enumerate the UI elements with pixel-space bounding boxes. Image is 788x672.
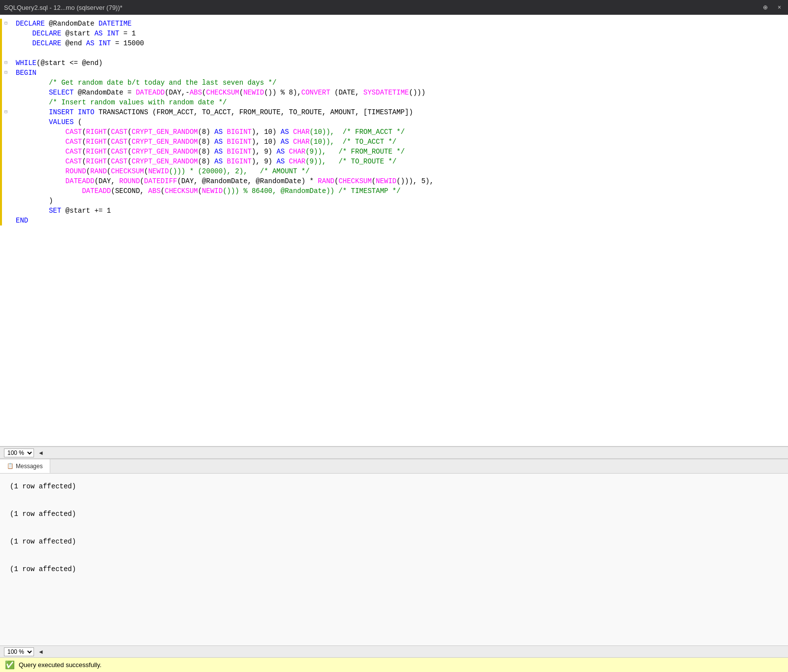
code-token: (DAY,- (164, 88, 189, 97)
code-token: CHECKSUM (338, 176, 371, 186)
code-token: ( (198, 186, 202, 196)
code-token: VALUES (16, 117, 74, 127)
code-token: INT (107, 29, 119, 38)
code-line: END (16, 216, 782, 225)
code-token (289, 127, 293, 137)
code-token: ( (82, 157, 86, 166)
results-pane: 📋Messages (1 row affected)(1 row affecte… (0, 458, 788, 645)
gutter-line (2, 206, 9, 216)
results-tabs: 📋Messages (0, 459, 788, 474)
code-line: DATEADD(SECOND, ABS(CHECKSUM(NEWID())) %… (16, 186, 782, 196)
gutter-line (2, 137, 9, 147)
code-token: AS (214, 157, 223, 166)
pin-button[interactable]: ⊕ (760, 4, 771, 11)
exec-status-bar: ✅ Query executed successfully. (0, 657, 788, 672)
code-token: AS (86, 38, 95, 48)
gutter-line: ⊟ (2, 68, 9, 78)
code-token: 15000 (124, 38, 144, 48)
message-line: (1 row affected) (10, 480, 778, 493)
code-token: @start (66, 29, 90, 38)
code-token: (DATE, (330, 88, 363, 97)
code-line: SELECT @RandomDate = DATEADD(DAY,-ABS(CH… (16, 88, 782, 97)
code-token: ( (82, 127, 86, 137)
code-token: SELECT (16, 88, 74, 97)
code-line: CAST(RIGHT(CAST(CRYPT_GEN_RANDOM(8) AS B… (16, 137, 782, 147)
tab-icon: 📋 (7, 463, 14, 469)
gutter-line (2, 196, 9, 206)
code-token: ), 9) (252, 157, 276, 166)
code-token: CAST (111, 127, 128, 137)
code-lines: DECLARE @RandomDate DATETIME DECLARE @st… (10, 19, 788, 225)
code-token: ) (16, 196, 53, 206)
code-token: INTO (78, 107, 95, 117)
code-token: CHECKSUM (164, 186, 197, 196)
collapse-icon[interactable]: ⊟ (2, 19, 9, 29)
top-status-bar: 100 % 75 % 125 % ◄ (0, 447, 788, 458)
code-token (16, 147, 66, 157)
code-line (16, 48, 782, 58)
gutter-line: ⊟ (2, 58, 9, 68)
code-token: ( (128, 127, 131, 137)
code-token: CAST (111, 157, 128, 166)
code-token: CAST (111, 147, 128, 157)
scroll-left-top[interactable]: ◄ (38, 449, 44, 456)
code-line: ROUND(RAND(CHECKSUM(NEWID())) * (20000),… (16, 166, 782, 176)
code-token (16, 127, 66, 137)
code-token: ( (239, 88, 243, 97)
code-token: ), 10) (252, 127, 281, 137)
code-token (102, 29, 106, 38)
code-token: ( (107, 137, 111, 147)
code-token: CAST (66, 157, 82, 166)
collapse-icon[interactable]: ⊟ (2, 58, 9, 68)
code-token: ( (74, 117, 82, 127)
editor-pane[interactable]: ⊟⊟⊟⊟ DECLARE @RandomDate DATETIME DECLAR… (0, 15, 788, 447)
code-token: ( (107, 157, 111, 166)
code-token: DECLARE (16, 38, 61, 48)
code-token (95, 19, 98, 29)
code-token: @RandomDate = (74, 88, 136, 97)
code-token (223, 137, 227, 147)
code-line: DECLARE @RandomDate DATETIME (16, 19, 782, 29)
code-token: ) (98, 58, 102, 68)
results-tab[interactable]: 📋Messages (0, 459, 50, 473)
message-line: (1 row affected) (10, 507, 778, 521)
code-token: DATEDIFF (144, 176, 177, 186)
code-token: (10)), /* TO_ACCT */ (310, 137, 396, 147)
code-token: BIGINT (227, 147, 252, 157)
code-token: <= (66, 58, 82, 68)
code-token (16, 157, 66, 166)
code-token: = (111, 38, 123, 48)
code-token (16, 186, 82, 196)
code-token: ())) % 86400, @RandomDate)) /* TIMESTAMP… (223, 186, 400, 196)
code-token (16, 137, 66, 147)
code-token: ( (82, 137, 86, 147)
code-token: CRYPT_GEN_RANDOM (131, 147, 197, 157)
code-token: (SECOND, (111, 186, 148, 196)
collapse-icon[interactable]: ⊟ (2, 68, 9, 78)
scroll-left-bottom[interactable]: ◄ (38, 648, 44, 655)
code-token: ABS (190, 88, 202, 97)
gutter-line: ⊟ (2, 19, 9, 29)
code-token (223, 157, 227, 166)
code-token: ), 9) (252, 147, 276, 157)
code-token: RIGHT (86, 127, 107, 137)
code-line: CAST(RIGHT(CAST(CRYPT_GEN_RANDOM(8) AS B… (16, 157, 782, 166)
code-token (95, 38, 98, 48)
zoom-select-top[interactable]: 100 % 75 % 125 % (4, 448, 34, 457)
code-token: ( (107, 166, 111, 176)
code-token (82, 38, 86, 48)
code-line: /* Get random date b/t today and the las… (16, 78, 782, 88)
code-token (90, 29, 94, 38)
gutter-line (2, 48, 9, 58)
code-token (61, 38, 65, 48)
code-token: ROUND (66, 166, 86, 176)
close-button[interactable]: × (775, 4, 784, 11)
code-token: ( (372, 176, 376, 186)
code-token: NEWID (243, 88, 264, 97)
code-token: ( (86, 166, 90, 176)
code-token (45, 19, 49, 29)
zoom-select-bottom[interactable]: 100 % 75 % 125 % (4, 647, 34, 656)
code-line: DECLARE @start AS INT = 1 (16, 29, 782, 38)
gutter-line (2, 216, 9, 225)
collapse-icon[interactable]: ⊟ (2, 107, 9, 117)
